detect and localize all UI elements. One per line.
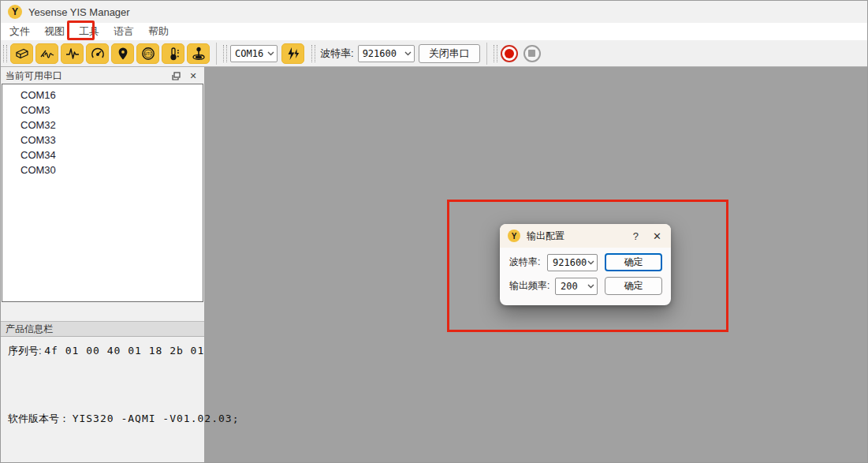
toolbar-button-utc-clock[interactable]: UTC [136, 43, 159, 64]
dialog-output-rate-select[interactable]: 200 [555, 278, 598, 295]
baud-rate-label: 波特率: [320, 47, 354, 61]
double-lightning-icon [285, 46, 301, 62]
attitude-pin-icon [191, 46, 207, 62]
toolbar-button-3d-view[interactable] [10, 43, 33, 64]
thermometer-icon [166, 46, 181, 62]
toolbar-grip[interactable] [223, 45, 227, 62]
toolbar-button-location[interactable] [111, 43, 134, 64]
dialog-baud-label: 波特率: [509, 256, 540, 269]
chevron-down-icon [587, 284, 594, 289]
port-select[interactable]: COM16 [230, 45, 278, 62]
toolbar-grip[interactable] [3, 45, 7, 62]
cube-3d-icon [14, 46, 30, 62]
waveform-pulse-icon [65, 46, 80, 62]
list-item-port[interactable]: COM34 [2, 147, 203, 162]
dialog-title: 输出配置 [527, 230, 564, 243]
location-pin-icon [115, 46, 131, 62]
dialog-baud-value: 921600 [553, 257, 587, 268]
software-version-line: 软件版本号： YIS320 -AQMI -V01.02.03; [8, 412, 239, 426]
menu-item-language[interactable]: 语言 [106, 23, 141, 40]
svg-text:UTC: UTC [144, 51, 151, 56]
confirm-baud-button[interactable]: 确定 [605, 253, 662, 271]
toolbar-button-angle-wave[interactable] [35, 43, 58, 64]
refresh-ports-button[interactable] [281, 43, 304, 64]
stop-icon [528, 50, 535, 57]
window-title: Yesense YIS Manager [28, 6, 130, 18]
output-config-dialog: Y 输出配置 ? ✕ 波特率: 921600 确定 输出频率: 200 [500, 224, 671, 305]
close-serial-port-button[interactable]: 关闭串口 [419, 44, 480, 63]
menu-item-view[interactable]: 视图 [37, 23, 72, 40]
gauge-icon [90, 46, 106, 62]
menu-item-file[interactable]: 文件 [2, 23, 37, 40]
main-area: 当前可用串口 ✕ COM16 COM3 COM32 COM33 COM34 CO… [1, 67, 867, 463]
ports-list: COM16 COM3 COM32 COM33 COM34 COM30 [2, 84, 203, 302]
baud-rate-row: 波特率: 921600 确定 [509, 253, 662, 271]
float-panel-icon[interactable] [170, 70, 182, 82]
title-bar: Y Yesense YIS Manager [1, 1, 867, 23]
stop-button[interactable] [523, 45, 541, 62]
list-item-port[interactable]: COM32 [2, 118, 203, 133]
menu-item-help[interactable]: 帮助 [141, 23, 176, 40]
software-version-label: 软件版本号： [8, 413, 69, 424]
waveform-angle-icon [39, 46, 55, 62]
dialog-logo-icon: Y [508, 230, 520, 242]
list-item-port[interactable]: COM3 [2, 103, 203, 118]
dialog-output-rate-label: 输出频率: [509, 279, 549, 293]
toolbar-button-waveform[interactable] [61, 43, 84, 64]
dialog-baud-select[interactable]: 921600 [547, 254, 598, 271]
utc-clock-icon: UTC [140, 46, 156, 62]
dialog-title-bar: Y 输出配置 ? ✕ [500, 224, 671, 248]
menu-item-tools[interactable]: 工具 [72, 23, 106, 40]
list-item-port[interactable]: COM16 [2, 88, 203, 103]
ports-panel-header: 当前可用串口 ✕ [1, 69, 204, 83]
serial-number-value: 4f 01 00 40 01 18 2b 01 [44, 345, 204, 357]
list-item-port[interactable]: COM30 [2, 162, 203, 177]
record-icon [505, 49, 514, 58]
software-version-value: YIS320 -AQMI -V01.02.03; [73, 413, 240, 424]
product-info-title: 产品信息栏 [6, 323, 53, 336]
toolbar-grip[interactable] [494, 45, 497, 62]
baud-select-value: 921600 [363, 48, 397, 59]
close-panel-icon[interactable]: ✕ [187, 70, 199, 82]
chevron-down-icon [263, 51, 274, 56]
toolbar-button-gauge[interactable] [86, 43, 109, 64]
dialog-body: 波特率: 921600 确定 输出频率: 200 确定 [500, 248, 671, 295]
toolbar-separator [216, 43, 217, 65]
record-button[interactable] [501, 45, 518, 62]
product-info-header: 产品信息栏 [1, 321, 204, 337]
chevron-down-icon [400, 51, 412, 56]
baud-select[interactable]: 921600 [358, 45, 415, 62]
ports-panel-title: 当前可用串口 [6, 69, 165, 83]
toolbar-grip[interactable] [311, 45, 315, 62]
dialog-help-button[interactable]: ? [628, 230, 643, 242]
serial-number-label: 序列号: [8, 345, 42, 357]
app-window: Y Yesense YIS Manager 文件 视图 工具 语言 帮助 [0, 0, 868, 463]
serial-number-line: 序列号: 4f 01 00 40 01 18 2b 01 [8, 344, 204, 358]
dialog-close-button[interactable]: ✕ [643, 230, 663, 242]
output-rate-row: 输出频率: 200 确定 [509, 277, 662, 295]
chevron-down-icon [587, 260, 594, 265]
list-item-port[interactable]: COM33 [2, 133, 203, 147]
menu-bar: 文件 视图 工具 语言 帮助 [1, 23, 867, 40]
app-logo-icon: Y [8, 5, 22, 19]
toolbar-button-attitude[interactable] [187, 43, 210, 64]
toolbar-separator [486, 43, 487, 65]
port-select-value: COM16 [235, 48, 263, 59]
toolbar-button-temperature[interactable] [162, 43, 184, 64]
confirm-output-rate-button[interactable]: 确定 [605, 277, 662, 295]
dialog-output-rate-value: 200 [561, 281, 578, 292]
toolbar: UTC COM16 [1, 40, 867, 67]
